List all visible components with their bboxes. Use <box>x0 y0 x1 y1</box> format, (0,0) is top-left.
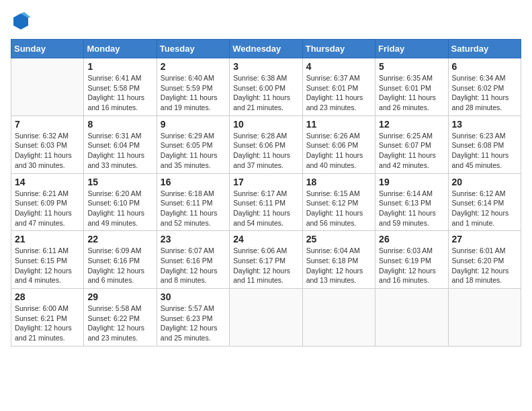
day-number: 1 <box>87 61 152 72</box>
calendar-cell: 28Sunrise: 6:00 AMSunset: 6:21 PMDayligh… <box>11 289 84 347</box>
calendar-week-row: 1Sunrise: 6:41 AMSunset: 5:58 PMDaylight… <box>11 58 521 116</box>
calendar-cell: 1Sunrise: 6:41 AMSunset: 5:58 PMDaylight… <box>84 58 157 116</box>
day-number: 2 <box>161 61 226 72</box>
day-info: Sunrise: 6:03 AMSunset: 6:19 PMDaylight:… <box>379 246 444 285</box>
logo <box>11 11 34 31</box>
calendar-cell: 9Sunrise: 6:29 AMSunset: 6:05 PMDaylight… <box>157 116 229 173</box>
day-info: Sunrise: 6:18 AMSunset: 6:11 PMDaylight:… <box>161 189 226 228</box>
day-number: 21 <box>15 234 80 244</box>
day-info: Sunrise: 6:17 AMSunset: 6:11 PMDaylight:… <box>233 189 298 228</box>
day-info: Sunrise: 6:00 AMSunset: 6:21 PMDaylight:… <box>15 304 80 343</box>
calendar-week-row: 21Sunrise: 6:11 AMSunset: 6:15 PMDayligh… <box>11 231 521 289</box>
day-info: Sunrise: 6:41 AMSunset: 5:58 PMDaylight:… <box>87 73 152 113</box>
day-info: Sunrise: 6:40 AMSunset: 5:59 PMDaylight:… <box>161 73 226 113</box>
day-number: 15 <box>87 177 152 187</box>
day-info: Sunrise: 6:20 AMSunset: 6:10 PMDaylight:… <box>87 189 152 228</box>
day-number: 20 <box>452 177 517 187</box>
calendar-cell: 4Sunrise: 6:37 AMSunset: 6:01 PMDaylight… <box>302 58 375 116</box>
calendar-cell: 22Sunrise: 6:09 AMSunset: 6:16 PMDayligh… <box>84 231 157 289</box>
calendar-cell: 14Sunrise: 6:21 AMSunset: 6:09 PMDayligh… <box>11 173 84 231</box>
calendar-cell: 2Sunrise: 6:40 AMSunset: 5:59 PMDaylight… <box>157 58 229 116</box>
day-info: Sunrise: 6:25 AMSunset: 6:07 PMDaylight:… <box>379 131 444 171</box>
day-number: 14 <box>15 177 80 187</box>
calendar-day-header: Thursday <box>302 40 375 58</box>
calendar-cell: 12Sunrise: 6:25 AMSunset: 6:07 PMDayligh… <box>375 116 448 173</box>
day-number: 10 <box>233 119 298 130</box>
day-info: Sunrise: 6:37 AMSunset: 6:01 PMDaylight:… <box>306 73 371 113</box>
calendar-cell: 8Sunrise: 6:31 AMSunset: 6:04 PMDaylight… <box>84 116 157 173</box>
day-number: 5 <box>379 61 444 72</box>
calendar-cell: 3Sunrise: 6:38 AMSunset: 6:00 PMDaylight… <box>230 58 302 116</box>
calendar-cell <box>302 289 375 347</box>
day-number: 29 <box>87 291 152 302</box>
calendar-day-header: Wednesday <box>230 40 302 58</box>
day-number: 17 <box>233 177 298 187</box>
day-info: Sunrise: 6:07 AMSunset: 6:16 PMDaylight:… <box>161 246 226 285</box>
calendar-cell: 18Sunrise: 6:15 AMSunset: 6:12 PMDayligh… <box>302 173 375 231</box>
day-info: Sunrise: 6:26 AMSunset: 6:06 PMDaylight:… <box>306 131 371 171</box>
calendar-cell: 11Sunrise: 6:26 AMSunset: 6:06 PMDayligh… <box>302 116 375 173</box>
calendar-cell <box>448 289 521 347</box>
day-number: 16 <box>161 177 226 187</box>
day-number: 25 <box>306 234 371 244</box>
day-info: Sunrise: 6:38 AMSunset: 6:00 PMDaylight:… <box>233 73 298 113</box>
day-info: Sunrise: 6:21 AMSunset: 6:09 PMDaylight:… <box>15 189 80 228</box>
day-info: Sunrise: 6:04 AMSunset: 6:18 PMDaylight:… <box>306 246 371 285</box>
logo-icon <box>11 11 31 31</box>
day-info: Sunrise: 6:15 AMSunset: 6:12 PMDaylight:… <box>306 189 371 228</box>
calendar-table: SundayMondayTuesdayWednesdayThursdayFrid… <box>11 39 521 347</box>
day-number: 27 <box>452 234 517 244</box>
calendar-cell: 20Sunrise: 6:12 AMSunset: 6:14 PMDayligh… <box>448 173 521 231</box>
calendar-day-header: Tuesday <box>157 40 229 58</box>
calendar-week-row: 7Sunrise: 6:32 AMSunset: 6:03 PMDaylight… <box>11 116 521 173</box>
calendar-cell <box>375 289 448 347</box>
day-info: Sunrise: 6:35 AMSunset: 6:01 PMDaylight:… <box>379 73 444 113</box>
day-info: Sunrise: 6:23 AMSunset: 6:08 PMDaylight:… <box>452 131 517 171</box>
day-number: 22 <box>87 234 152 244</box>
day-number: 12 <box>379 119 444 130</box>
day-info: Sunrise: 6:28 AMSunset: 6:06 PMDaylight:… <box>233 131 298 171</box>
day-number: 18 <box>306 177 371 187</box>
calendar-cell <box>230 289 302 347</box>
calendar-cell <box>11 58 84 116</box>
calendar-cell: 17Sunrise: 6:17 AMSunset: 6:11 PMDayligh… <box>230 173 302 231</box>
calendar-cell: 25Sunrise: 6:04 AMSunset: 6:18 PMDayligh… <box>302 231 375 289</box>
day-info: Sunrise: 6:09 AMSunset: 6:16 PMDaylight:… <box>87 246 152 285</box>
day-number: 30 <box>161 291 226 302</box>
day-number: 3 <box>233 61 298 72</box>
calendar-week-row: 14Sunrise: 6:21 AMSunset: 6:09 PMDayligh… <box>11 173 521 231</box>
day-number: 8 <box>87 119 152 130</box>
day-info: Sunrise: 6:31 AMSunset: 6:04 PMDaylight:… <box>87 131 152 171</box>
day-number: 4 <box>306 61 371 72</box>
calendar-cell: 27Sunrise: 6:01 AMSunset: 6:20 PMDayligh… <box>448 231 521 289</box>
calendar-cell: 5Sunrise: 6:35 AMSunset: 6:01 PMDaylight… <box>375 58 448 116</box>
day-number: 26 <box>379 234 444 244</box>
day-number: 7 <box>15 119 80 130</box>
day-info: Sunrise: 6:11 AMSunset: 6:15 PMDaylight:… <box>15 246 80 285</box>
day-number: 9 <box>161 119 226 130</box>
day-number: 28 <box>15 291 80 302</box>
calendar-cell: 10Sunrise: 6:28 AMSunset: 6:06 PMDayligh… <box>230 116 302 173</box>
calendar-cell: 30Sunrise: 5:57 AMSunset: 6:23 PMDayligh… <box>157 289 229 347</box>
calendar-cell: 7Sunrise: 6:32 AMSunset: 6:03 PMDaylight… <box>11 116 84 173</box>
day-number: 23 <box>161 234 226 244</box>
calendar-day-header: Saturday <box>448 40 521 58</box>
calendar-cell: 16Sunrise: 6:18 AMSunset: 6:11 PMDayligh… <box>157 173 229 231</box>
day-number: 6 <box>452 61 517 72</box>
day-info: Sunrise: 6:34 AMSunset: 6:02 PMDaylight:… <box>452 73 517 113</box>
calendar-header-row: SundayMondayTuesdayWednesdayThursdayFrid… <box>11 40 521 58</box>
calendar-cell: 29Sunrise: 5:58 AMSunset: 6:22 PMDayligh… <box>84 289 157 347</box>
calendar-cell: 6Sunrise: 6:34 AMSunset: 6:02 PMDaylight… <box>448 58 521 116</box>
day-number: 24 <box>233 234 298 244</box>
calendar-cell: 13Sunrise: 6:23 AMSunset: 6:08 PMDayligh… <box>448 116 521 173</box>
calendar-day-header: Sunday <box>11 40 84 58</box>
page-header <box>11 11 521 31</box>
calendar-cell: 24Sunrise: 6:06 AMSunset: 6:17 PMDayligh… <box>230 231 302 289</box>
day-info: Sunrise: 6:06 AMSunset: 6:17 PMDaylight:… <box>233 246 298 285</box>
calendar-week-row: 28Sunrise: 6:00 AMSunset: 6:21 PMDayligh… <box>11 289 521 347</box>
day-number: 19 <box>379 177 444 187</box>
day-info: Sunrise: 6:14 AMSunset: 6:13 PMDaylight:… <box>379 189 444 228</box>
day-info: Sunrise: 6:12 AMSunset: 6:14 PMDaylight:… <box>452 189 517 228</box>
day-info: Sunrise: 6:29 AMSunset: 6:05 PMDaylight:… <box>161 131 226 171</box>
calendar-cell: 15Sunrise: 6:20 AMSunset: 6:10 PMDayligh… <box>84 173 157 231</box>
